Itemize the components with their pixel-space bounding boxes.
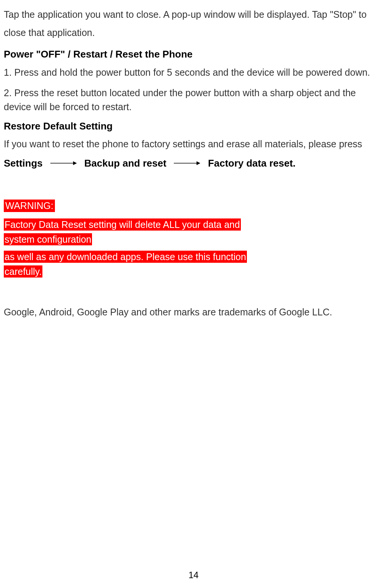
- warning-text: carefully.: [4, 265, 42, 278]
- step-number: 2.: [4, 87, 12, 98]
- warning-label: WARNING:: [4, 200, 55, 212]
- step-text: Press and hold the power button for 5 se…: [12, 67, 370, 78]
- trademark-notice: Google, Android, Google Play and other m…: [4, 306, 383, 319]
- warning-line-2: as well as any downloaded apps. Please u…: [4, 250, 383, 279]
- arrow-right-icon: [174, 161, 200, 166]
- warning-text: Factory Data Reset setting will delete A…: [4, 218, 241, 231]
- step-text: Press the reset button located under the…: [4, 87, 356, 112]
- step-2: 2. Press the reset button located under …: [4, 86, 383, 114]
- restore-intro: If you want to reset the phone to factor…: [4, 137, 383, 151]
- path-factory-reset: Factory data reset.: [208, 158, 295, 169]
- path-backup: Backup and reset: [84, 158, 167, 169]
- warning-text: as well as any downloaded apps. Please u…: [4, 251, 247, 263]
- step-1: 1. Press and hold the power button for 5…: [4, 66, 383, 79]
- heading-restore-default: Restore Default Setting: [4, 120, 383, 132]
- path-settings: Settings: [4, 158, 43, 169]
- arrow-right-icon: [50, 161, 77, 166]
- svg-marker-1: [73, 161, 77, 165]
- step-number: 1.: [4, 67, 12, 78]
- settings-path: Settings Backup and reset Factory data r…: [4, 158, 383, 169]
- warning-line-1: Factory Data Reset setting will delete A…: [4, 217, 383, 247]
- heading-power-off: Power "OFF" / Restart / Reset the Phone: [4, 48, 383, 60]
- warning-text: system configuration: [4, 233, 92, 245]
- intro-paragraph: Tap the application you want to close. A…: [4, 6, 383, 42]
- page-number: 14: [0, 570, 387, 580]
- svg-marker-3: [197, 161, 200, 165]
